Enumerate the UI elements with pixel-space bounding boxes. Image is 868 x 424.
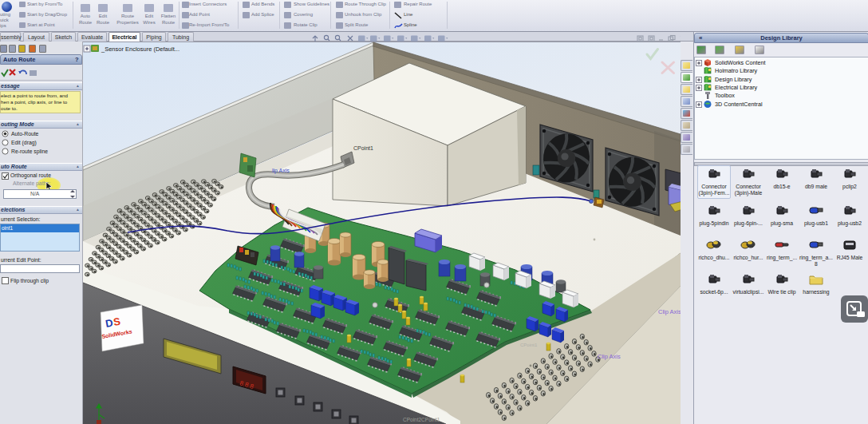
svg-text:Clip Axis: Clip Axis <box>598 353 621 360</box>
svg-text:Clip Axis: Clip Axis <box>658 308 681 315</box>
svg-text:CPoint2CPoint1: CPoint2CPoint1 <box>403 417 440 422</box>
svg-text:lip Axis: lip Axis <box>272 168 290 174</box>
svg-text:CPoint1: CPoint1 <box>353 145 373 151</box>
svg-text:_Sensor Enclosure (Default...: _Sensor Enclosure (Default... <box>101 46 180 53</box>
svg-text:CPoint1: CPoint1 <box>520 343 538 347</box>
